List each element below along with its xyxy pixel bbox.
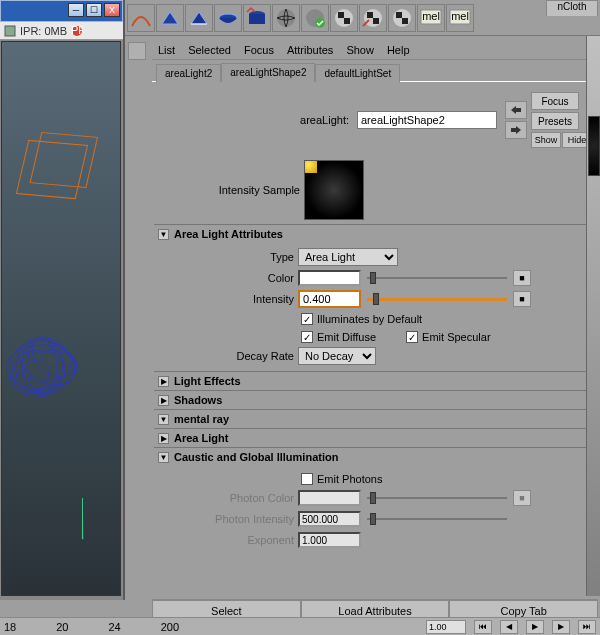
chevron-right-icon: ▶ — [158, 376, 169, 387]
shelf-icon-checker2[interactable] — [359, 4, 387, 32]
svg-rect-0 — [5, 26, 15, 36]
chevron-down-icon: ▼ — [158, 414, 169, 425]
attribute-editor: List Selected Focus Attributes Show Help… — [152, 40, 598, 601]
timeline-bar[interactable]: 18 20 24 200 ⏮ ◀ ▶ ▶ ⏭ — [0, 617, 600, 635]
section-light-effects[interactable]: ▶Light Effects — [154, 372, 596, 390]
menu-help[interactable]: Help — [387, 44, 410, 56]
show-button[interactable]: Show — [531, 132, 561, 148]
nav-down-button[interactable] — [505, 121, 527, 139]
exponent-label: Exponent — [158, 534, 298, 546]
section-area-light[interactable]: ▶Area Light — [154, 429, 596, 447]
timeline-current-field[interactable] — [426, 620, 466, 634]
nav-up-button[interactable] — [505, 101, 527, 119]
decay-select[interactable]: No Decay — [298, 347, 376, 365]
svg-rect-26 — [367, 12, 373, 18]
chevron-down-icon: ▼ — [158, 452, 169, 463]
svg-marker-13 — [162, 12, 178, 24]
exponent-field — [298, 532, 361, 548]
section-caustic-gi[interactable]: ▼Caustic and Global Illumination — [154, 448, 596, 466]
shelf-icon-mel1[interactable]: mel — [417, 4, 445, 32]
chevron-right-icon: ▶ — [158, 395, 169, 406]
shelf-icon-revolve[interactable] — [214, 4, 242, 32]
tab-arealightshape2[interactable]: areaLightShape2 — [221, 63, 315, 82]
right-side-strip — [586, 36, 600, 596]
intensity-sample-label: Intensity Sample — [154, 184, 304, 196]
tab-defaultlightset[interactable]: defaultLightSet — [315, 64, 400, 82]
section-shadows[interactable]: ▶Shadows — [154, 391, 596, 409]
shelf-icon-sphere-check[interactable] — [301, 4, 329, 32]
chevron-down-icon: ▼ — [158, 229, 169, 240]
photon-intensity-slider — [367, 511, 507, 527]
color-label: Color — [158, 272, 298, 284]
section-mental-ray[interactable]: ▼mental ray — [154, 410, 596, 428]
emit-photons-label: Emit Photons — [317, 473, 382, 485]
photon-intensity-field — [298, 511, 361, 527]
svg-marker-14 — [191, 12, 207, 24]
emit-diffuse-label: Emit Diffuse — [317, 331, 376, 343]
intensity-label: Intensity — [158, 293, 298, 305]
render-thumbnail[interactable] — [588, 116, 600, 176]
close-button[interactable]: X — [104, 3, 120, 17]
minimize-button[interactable]: ─ — [68, 3, 84, 17]
timeline-next-icon[interactable]: ▶ — [552, 620, 570, 634]
timeline-play-icon[interactable]: ▶ — [526, 620, 544, 634]
timeline-end-icon[interactable]: ⏭ — [578, 620, 596, 634]
color-map-button[interactable]: ■ — [513, 270, 531, 286]
illuminates-checkbox[interactable] — [301, 313, 313, 325]
color-swatch[interactable] — [298, 270, 361, 286]
menu-focus[interactable]: Focus — [244, 44, 274, 56]
menu-list[interactable]: List — [158, 44, 175, 56]
menu-selected[interactable]: Selected — [188, 44, 231, 56]
shelf-icon-extrude[interactable] — [243, 4, 271, 32]
viewport-3d[interactable] — [1, 41, 121, 596]
svg-rect-23 — [338, 12, 344, 18]
color-slider[interactable] — [367, 270, 507, 286]
menu-bar: List Selected Focus Attributes Show Help — [152, 40, 598, 60]
shelf-icon-curve[interactable] — [127, 4, 155, 32]
emit-specular-checkbox[interactable] — [406, 331, 418, 343]
shelf-icon-sphere[interactable] — [272, 4, 300, 32]
svg-text:mel: mel — [422, 10, 440, 22]
menu-show[interactable]: Show — [346, 44, 374, 56]
intensity-slider[interactable] — [367, 291, 507, 307]
intensity-map-button[interactable]: ■ — [513, 291, 531, 307]
tool-tab-toggle[interactable] — [128, 42, 146, 60]
left-render-panel: ─ ☐ X IPR: 0MB IPR — [0, 0, 125, 600]
emit-diffuse-checkbox[interactable] — [301, 331, 313, 343]
photon-color-swatch — [298, 490, 361, 506]
timeline-frame: 200 — [161, 621, 179, 633]
type-select[interactable]: Area Light — [298, 248, 398, 266]
intensity-sample-swatch[interactable] — [304, 160, 364, 220]
shelf-bar: mel mel nCloth — [125, 0, 600, 36]
shelf-icon-mel2[interactable]: mel — [446, 4, 474, 32]
focus-button[interactable]: Focus — [531, 92, 579, 110]
ncloth-tab[interactable]: nCloth — [546, 0, 598, 16]
timeline-frame: 24 — [109, 621, 121, 633]
shelf-icon-checker1[interactable] — [330, 4, 358, 32]
shelf-icon-loft2[interactable] — [185, 4, 213, 32]
photon-color-slider — [367, 490, 507, 506]
shelf-icon-loft[interactable] — [156, 4, 184, 32]
window-titlebar: ─ ☐ X — [0, 0, 123, 22]
presets-button[interactable]: Presets — [531, 112, 579, 130]
svg-rect-27 — [373, 18, 379, 24]
svg-point-12 — [8, 353, 56, 401]
ipr-text: IPR: 0MB — [20, 25, 67, 37]
node-name-field[interactable] — [357, 111, 497, 129]
svg-rect-18 — [249, 14, 265, 24]
svg-rect-24 — [344, 18, 350, 24]
tab-arealight2[interactable]: areaLight2 — [156, 64, 221, 82]
emit-specular-label: Emit Specular — [422, 331, 490, 343]
shelf-icon-checker3[interactable] — [388, 4, 416, 32]
section-area-light-attributes[interactable]: ▼ Area Light Attributes — [154, 225, 596, 243]
emit-photons-checkbox[interactable] — [301, 473, 313, 485]
ipr-status-bar: IPR: 0MB IPR — [0, 22, 123, 40]
menu-attributes[interactable]: Attributes — [287, 44, 333, 56]
svg-point-9 — [22, 337, 62, 397]
type-label: Type — [158, 251, 298, 263]
timeline-rewind-icon[interactable]: ⏮ — [474, 620, 492, 634]
svg-text:IPR: IPR — [71, 25, 83, 36]
intensity-field[interactable] — [300, 292, 359, 306]
timeline-prev-icon[interactable]: ◀ — [500, 620, 518, 634]
maximize-button[interactable]: ☐ — [86, 3, 102, 17]
